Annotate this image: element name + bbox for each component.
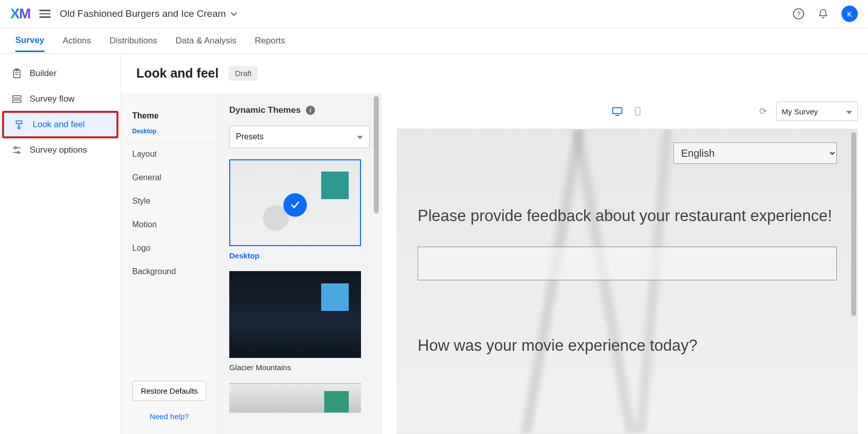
- tab-survey[interactable]: Survey: [15, 29, 44, 52]
- panel-area: Look and feel Draft Theme Desktop Layout…: [121, 54, 868, 434]
- project-switcher[interactable]: Old Fashioned Burgers and Ice Cream: [60, 8, 238, 19]
- svg-rect-12: [613, 108, 622, 114]
- panel-columns: Theme Desktop Layout General Style Motio…: [121, 93, 868, 434]
- category-logo[interactable]: Logo: [121, 236, 218, 260]
- scrollbar[interactable]: [851, 132, 856, 316]
- theme-card-glacier[interactable]: Glacier Mountains: [229, 271, 370, 372]
- sidebar-item-flow[interactable]: Survey flow: [0, 86, 120, 112]
- svg-point-9: [14, 147, 16, 149]
- info-icon[interactable]: i: [306, 106, 315, 115]
- svg-text:?: ?: [797, 10, 800, 18]
- svg-rect-6: [13, 96, 21, 99]
- themes-column: Dynamic Themes i Presets Desktop: [218, 93, 381, 434]
- menu-icon[interactable]: [39, 10, 51, 18]
- tab-actions[interactable]: Actions: [63, 30, 91, 52]
- main-tabs: Survey Actions Distributions Data & Anal…: [0, 28, 868, 54]
- need-help-link[interactable]: Need help?: [121, 406, 218, 427]
- tab-data[interactable]: Data & Analysis: [176, 30, 236, 52]
- avatar[interactable]: K: [841, 6, 858, 22]
- clipboard-icon: [11, 68, 22, 79]
- sliders-icon: [11, 144, 22, 156]
- chevron-down-icon: [846, 107, 852, 116]
- brand-logo[interactable]: XM: [10, 6, 30, 22]
- chevron-down-icon: [230, 10, 238, 18]
- help-icon[interactable]: ?: [792, 8, 805, 20]
- sidebar-item-builder[interactable]: Builder: [0, 61, 120, 86]
- paint-icon: [14, 119, 26, 130]
- project-name: Old Fashioned Burgers and Ice Cream: [60, 8, 226, 19]
- top-bar: XM Old Fashioned Burgers and Ice Cream ?…: [0, 0, 868, 28]
- page-title: Look and feel: [136, 66, 219, 81]
- presets-dropdown[interactable]: Presets: [229, 126, 370, 148]
- survey-dropdown[interactable]: My Survey: [776, 102, 858, 121]
- sidebar-label: Survey flow: [30, 94, 75, 104]
- question-2-text: How was your movie experience today?: [418, 336, 837, 355]
- sidebar-label: Look and feel: [33, 119, 85, 130]
- theme-card-desktop[interactable]: Desktop: [229, 159, 370, 260]
- themes-heading: Dynamic Themes i: [229, 105, 370, 115]
- scrollbar[interactable]: [374, 96, 379, 213]
- svg-point-11: [17, 152, 19, 154]
- device-toggle: [612, 107, 643, 116]
- preview-toolbar: ⟳ My Survey: [397, 101, 858, 122]
- preview-frame: English Please provide feedback about yo…: [397, 129, 858, 434]
- flow-icon: [11, 93, 22, 105]
- refresh-icon[interactable]: ⟳: [759, 106, 767, 117]
- sidebar-label: Survey options: [30, 145, 87, 155]
- workspace: Builder Survey flow Look and feel Survey…: [0, 54, 868, 434]
- panel-header: Look and feel Draft: [121, 54, 868, 93]
- desktop-icon[interactable]: [612, 107, 623, 116]
- category-background[interactable]: Background: [121, 260, 218, 283]
- top-bar-right: ? K: [792, 6, 858, 22]
- svg-rect-14: [635, 108, 640, 115]
- question-1-input[interactable]: [418, 247, 837, 280]
- sidebar-item-look-and-feel[interactable]: Look and feel: [3, 112, 117, 137]
- theme-label: Glacier Mountains: [229, 363, 370, 372]
- swatch: [321, 172, 349, 199]
- tab-reports[interactable]: Reports: [255, 30, 285, 52]
- swatch: [324, 391, 349, 414]
- category-layout[interactable]: Layout: [121, 142, 218, 166]
- svg-rect-7: [13, 100, 21, 103]
- sidebar: Builder Survey flow Look and feel Survey…: [0, 54, 121, 434]
- category-style[interactable]: Style: [121, 189, 218, 213]
- category-motion[interactable]: Motion: [121, 213, 218, 236]
- swatch: [321, 283, 349, 311]
- chevron-down-icon: [357, 132, 363, 141]
- notifications-icon[interactable]: [817, 8, 829, 20]
- language-dropdown[interactable]: English: [673, 142, 837, 164]
- restore-defaults-button[interactable]: Restore Defaults: [132, 381, 206, 401]
- sidebar-label: Builder: [30, 68, 57, 79]
- selected-check-icon: [283, 194, 307, 217]
- categories-column: Theme Desktop Layout General Style Motio…: [121, 93, 218, 434]
- category-theme[interactable]: Theme: [121, 104, 218, 128]
- top-bar-left: XM Old Fashioned Burgers and Ice Cream: [10, 6, 238, 22]
- mobile-icon[interactable]: [632, 107, 643, 116]
- question-1-text: Please provide feedback about your resta…: [418, 206, 837, 226]
- theme-label: Desktop: [229, 251, 370, 260]
- category-theme-sub: Desktop: [121, 128, 218, 142]
- category-general[interactable]: General: [121, 166, 218, 189]
- theme-card-third[interactable]: [229, 383, 370, 414]
- status-badge: Draft: [229, 66, 258, 81]
- sidebar-item-options[interactable]: Survey options: [0, 137, 120, 163]
- tab-distributions[interactable]: Distributions: [109, 30, 157, 52]
- preview-column: ⟳ My Survey English Please provide feedb…: [381, 93, 868, 434]
